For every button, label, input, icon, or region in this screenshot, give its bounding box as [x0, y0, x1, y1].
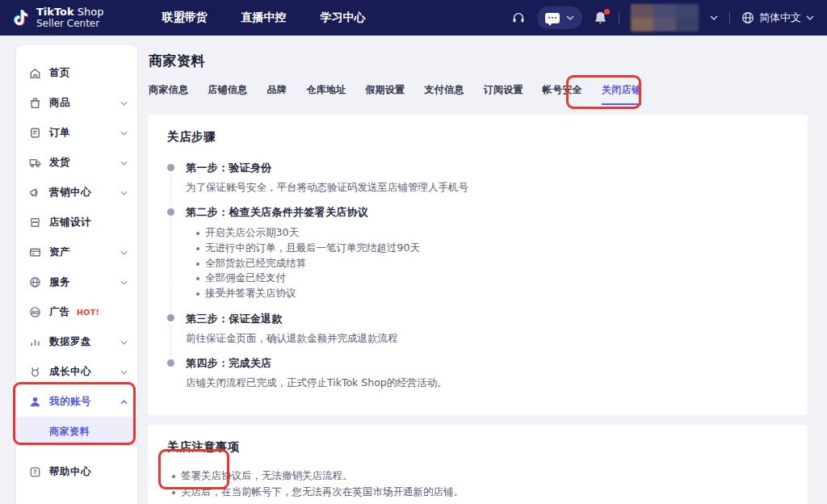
- language-selector[interactable]: 简体中文: [741, 10, 814, 25]
- chevron-down-icon[interactable]: [710, 15, 718, 20]
- tab-bar: 商家信息 店铺信息 品牌 仓库地址 假期设置 支付信息 订阅设置 帐号安全 关闭…: [148, 83, 808, 105]
- chevron-down-icon: [120, 191, 128, 195]
- headset-icon[interactable]: [511, 10, 526, 25]
- ad-icon: AD: [28, 306, 41, 319]
- order-icon: [28, 127, 41, 140]
- sidebar-item-label: 资产: [49, 246, 112, 259]
- tab-close-shop[interactable]: 关闭店铺: [602, 83, 641, 105]
- steps-card-title: 关店步骤: [167, 129, 788, 145]
- sidebar-item-label: 营销中心: [49, 186, 112, 200]
- notifications-bell-button[interactable]: [594, 10, 607, 25]
- step-description: 店铺关闭流程已完成，正式停止TikTok Shop的经营活动。: [186, 376, 788, 390]
- main-content: 商家资料 商家信息 店铺信息 品牌 仓库地址 假期设置 支付信息 订阅设置 帐号…: [148, 45, 808, 504]
- sidebar-item-growth-center[interactable]: 成长中心: [16, 357, 137, 387]
- sidebar-item-products[interactable]: 商品: [16, 88, 137, 118]
- close-shop-notes-card: 关店注意事项 签署关店协议后，无法撤销关店流程。 关店后，在当前帐号下，您无法再…: [148, 425, 808, 504]
- logo-text: TikTok Shop Seller Center: [36, 6, 104, 28]
- step-2: 第二步：检查关店条件并签署关店协议 开启关店公示期30天 无进行中的订单，且最后…: [167, 205, 788, 312]
- tab-account-security[interactable]: 帐号安全: [543, 83, 582, 105]
- sidebar-item-my-account[interactable]: 我的账号: [16, 387, 137, 417]
- chevron-down-icon: [566, 15, 574, 20]
- sidebar-item-label: 帮助中心: [49, 465, 128, 479]
- tab-brand[interactable]: 品牌: [267, 83, 287, 105]
- step-description: 为了保证账号安全，平台将动态验证码发送至店铺管理人手机号: [186, 180, 788, 195]
- step-conditions-list: 开启关店公示期30天 无进行中的订单，且最后一笔订单完结超过90天 全部货款已经…: [186, 225, 788, 301]
- step-title: 第四步：完成关店: [186, 356, 788, 371]
- chat-icon: [545, 13, 560, 23]
- nav-item-affiliate[interactable]: 联盟带货: [162, 10, 208, 25]
- sidebar-item-shipping[interactable]: 发货: [16, 148, 137, 178]
- tab-subscription-settings[interactable]: 订阅设置: [484, 83, 523, 105]
- sidebar-item-home[interactable]: 首页: [16, 58, 137, 88]
- sidebar: 首页 商品 订单 发货 营销中心 店铺设计: [16, 45, 137, 504]
- chevron-down-icon: [806, 15, 814, 20]
- condition-item: 无进行中的订单，且最后一笔订单完结超过90天: [196, 241, 788, 256]
- megaphone-icon: [28, 187, 41, 200]
- divider: [619, 12, 619, 23]
- nav-item-live-center[interactable]: 直播中控: [241, 10, 287, 25]
- sidebar-item-ads[interactable]: AD 广告 HOT!: [16, 297, 137, 327]
- person-icon: [28, 396, 41, 409]
- chart-icon: [28, 336, 41, 349]
- sidebar-item-label: 首页: [49, 66, 128, 80]
- user-avatar-blurred[interactable]: [631, 4, 699, 32]
- chevron-up-icon: [120, 400, 128, 405]
- note-item: 关店后，在当前帐号下，您无法再次在英国市场开通新的店铺。: [172, 484, 788, 500]
- step-1: 第一步：验证身份 为了保证账号安全，平台将动态验证码发送至店铺管理人手机号: [167, 161, 788, 205]
- sidebar-item-label: 数据罗盘: [49, 335, 112, 349]
- sidebar-subitem-seller-profile[interactable]: 商家资料: [16, 417, 137, 446]
- tiktok-shop-logo[interactable]: TikTok Shop Seller Center: [11, 6, 104, 28]
- tiktok-logo-icon: [11, 7, 31, 28]
- sidebar-item-label: 广告: [49, 305, 70, 319]
- chevron-down-icon: [120, 370, 128, 375]
- chevron-down-icon: [120, 340, 128, 345]
- nav-item-learning-center[interactable]: 学习中心: [321, 10, 366, 25]
- hot-badge: HOT!: [77, 308, 99, 317]
- step-title: 第一步：验证身份: [186, 161, 788, 175]
- notes-card-title: 关店注意事项: [167, 439, 788, 455]
- sidebar-item-label: 我的账号: [49, 395, 112, 409]
- condition-item: 开启关店公示期30天: [196, 225, 788, 241]
- tab-holiday-settings[interactable]: 假期设置: [365, 83, 405, 105]
- globe-icon: [28, 276, 41, 289]
- step-dot: [167, 314, 174, 321]
- condition-item: 全部佣金已经支付: [196, 271, 788, 286]
- sidebar-item-label: 店铺设计: [49, 216, 128, 229]
- top-nav-right: 简体中文: [511, 4, 814, 32]
- sidebar-item-shop-design[interactable]: 店铺设计: [16, 208, 137, 237]
- sidebar-item-finance[interactable]: 资产: [16, 237, 137, 267]
- globe-icon: [741, 11, 754, 24]
- divider: [729, 12, 730, 23]
- store-icon: [28, 216, 41, 229]
- step-dot: [167, 208, 174, 216]
- step-3: 第三步：保证金退款 前往保证金页面，确认退款金额并完成退款流程: [167, 312, 788, 356]
- sidebar-item-help-center[interactable]: ? 帮助中心: [16, 457, 137, 487]
- chevron-down-icon: [120, 280, 128, 285]
- notes-list: 签署关店协议后，无法撤销关店流程。 关店后，在当前帐号下，您无法再次在英国市场开…: [167, 468, 788, 500]
- chevron-down-icon: [120, 101, 128, 106]
- close-shop-steps-card: 关店步骤 第一步：验证身份 为了保证账号安全，平台将动态验证码发送至店铺管理人手…: [148, 115, 808, 415]
- step-dot: [167, 164, 174, 171]
- tab-warehouse-address[interactable]: 仓库地址: [306, 83, 346, 105]
- step-title: 第三步：保证金退款: [186, 312, 788, 326]
- sidebar-item-services[interactable]: 服务: [16, 267, 137, 297]
- chat-messages-button[interactable]: [537, 6, 582, 29]
- chevron-down-icon: [120, 131, 128, 136]
- note-item: 签署关店协议后，无法撤销关店流程。: [172, 468, 788, 484]
- notification-badge: [604, 9, 610, 15]
- tab-shop-info[interactable]: 店铺信息: [208, 83, 247, 105]
- sidebar-item-label: 服务: [49, 275, 112, 289]
- tab-payment-info[interactable]: 支付信息: [424, 83, 464, 105]
- sidebar-item-data-compass[interactable]: 数据罗盘: [16, 327, 137, 357]
- truck-icon: [28, 157, 41, 170]
- sidebar-item-orders[interactable]: 订单: [16, 118, 137, 148]
- sidebar-item-marketing[interactable]: 营销中心: [16, 178, 137, 208]
- language-label: 简体中文: [759, 10, 801, 25]
- condition-item: 全部货款已经完成结算: [196, 256, 788, 271]
- step-dot: [167, 359, 174, 367]
- tab-seller-info[interactable]: 商家信息: [149, 83, 188, 105]
- steps-timeline: 第一步：验证身份 为了保证账号安全，平台将动态验证码发送至店铺管理人手机号 第二…: [167, 161, 788, 401]
- condition-item: 接受并签署关店协议: [196, 286, 788, 301]
- sidebar-item-label: 商品: [49, 96, 112, 110]
- svg-text:AD: AD: [31, 309, 39, 315]
